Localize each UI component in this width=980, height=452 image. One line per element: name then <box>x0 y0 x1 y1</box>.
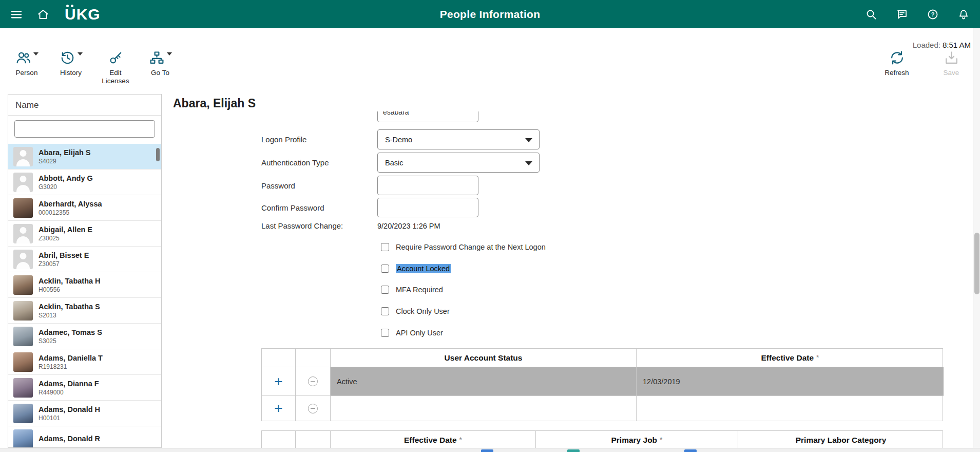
account-locked-checkbox[interactable] <box>381 265 389 273</box>
logon-profile-select[interactable]: S-Demo <box>377 129 540 149</box>
user-account-status-header: User Account Status <box>331 349 637 367</box>
table-corner-cell <box>296 349 331 367</box>
avatar <box>13 275 33 295</box>
save-button[interactable]: Save <box>936 50 967 77</box>
confirm-password-input[interactable] <box>377 198 478 217</box>
avatar <box>13 301 33 321</box>
taskbar-icon <box>481 449 493 452</box>
authentication-type-label: Authentication Type <box>261 158 377 167</box>
go-to-button[interactable]: Go To <box>145 50 176 85</box>
avatar <box>13 404 33 423</box>
logon-profile-label: Logon Profile <box>261 135 377 144</box>
person-caret-icon <box>33 52 39 55</box>
avatar <box>13 429 33 448</box>
edit-licenses-button-label: Edit Licenses <box>100 69 131 85</box>
api-only-user-checkbox[interactable] <box>381 329 389 337</box>
person-id: Z30057 <box>39 260 89 268</box>
remove-row-icon[interactable] <box>308 376 318 386</box>
history-button-label: History <box>60 69 82 77</box>
last-password-change-value: 9/20/2023 1:26 PM <box>377 222 440 230</box>
status-cell[interactable] <box>331 396 637 421</box>
feedback-icon[interactable] <box>896 8 908 21</box>
go-to-icon <box>149 50 165 66</box>
person-id: Z30025 <box>39 235 92 242</box>
taskbar-icon <box>567 449 580 452</box>
name-search-input[interactable] <box>14 120 155 138</box>
require-password-change-checkbox[interactable] <box>381 243 389 251</box>
refresh-button-label: Refresh <box>885 69 909 77</box>
person-row[interactable]: Adamec, Tomas SS3025 <box>8 324 161 349</box>
username-input-clipped[interactable]: esabara <box>377 111 478 123</box>
primary-job-header: Primary Job* <box>536 431 738 448</box>
person-row[interactable]: Acklin, Tabatha HH00556 <box>8 272 161 298</box>
help-icon[interactable]: ? <box>927 8 939 21</box>
mfa-required-checkbox[interactable] <box>381 286 389 294</box>
status-cell[interactable]: Active <box>331 367 637 396</box>
person-id: H00556 <box>39 286 101 293</box>
authentication-type-value: Basic <box>385 159 403 167</box>
person-row[interactable]: Acklin, Tabatha SS2013 <box>8 298 161 324</box>
sidebar-header: Name <box>8 95 161 116</box>
table-corner-cell <box>296 431 331 448</box>
person-button[interactable]: Person <box>11 50 42 85</box>
save-button-label: Save <box>944 69 959 77</box>
person-name: Adams, Dianna F <box>39 380 99 388</box>
person-name: Abigail, Allen E <box>39 225 92 234</box>
person-name: Adams, Daniella T <box>39 354 103 362</box>
history-caret-icon <box>78 52 83 55</box>
person-id: R1918231 <box>39 363 103 370</box>
person-id: S4029 <box>39 158 91 165</box>
main-scrollbar[interactable] <box>973 28 980 448</box>
loaded-status: Loaded:8:51 AM <box>913 41 971 49</box>
add-row-icon[interactable]: + <box>274 374 282 389</box>
person-name: Aberhardt, Alyssa <box>39 200 102 208</box>
effective-date-cell[interactable]: 12/03/2019 <box>637 367 944 396</box>
person-row[interactable]: Adams, Donald R <box>8 426 161 447</box>
search-icon[interactable] <box>865 8 877 21</box>
refresh-button[interactable]: Refresh <box>881 50 912 77</box>
main-panel: Abara, Elijah S esabara Logon Profile S-… <box>172 94 971 448</box>
person-row[interactable]: Adams, Daniella TR1918231 <box>8 349 161 375</box>
sidebar-scrollbar-thumb[interactable] <box>156 148 160 161</box>
refresh-icon <box>889 50 905 66</box>
person-row[interactable]: Abbott, Andy GG3020 <box>8 170 161 195</box>
table-corner-cell <box>262 349 296 367</box>
person-id: G3020 <box>39 183 93 191</box>
person-row[interactable]: Abigail, Allen EZ30025 <box>8 221 161 247</box>
remove-row-icon[interactable] <box>308 404 318 413</box>
user-account-status-table: User Account Status Effective Date* + Ac… <box>261 348 943 421</box>
history-button[interactable]: History <box>55 50 86 85</box>
add-row-icon[interactable]: + <box>274 401 282 416</box>
person-row[interactable]: Adams, Donald HH00101 <box>8 401 161 426</box>
ukg-logo[interactable]: UKG <box>65 7 101 22</box>
taskbar-icon <box>684 449 697 452</box>
clock-only-user-checkbox[interactable] <box>381 307 389 315</box>
person-row[interactable]: Aberhardt, Alyssa000012355 <box>8 195 161 221</box>
person-row[interactable]: Adams, Dianna FR449000 <box>8 375 161 401</box>
person-name: Abbott, Andy G <box>39 174 93 182</box>
person-name: Adams, Donald R <box>39 435 100 443</box>
api-only-user-label: API Only User <box>396 329 443 337</box>
home-icon[interactable] <box>37 8 49 21</box>
loaded-time: 8:51 AM <box>943 41 971 49</box>
account-locked-label: Account Locked <box>396 264 451 273</box>
hamburger-menu-icon[interactable] <box>10 8 23 21</box>
edit-licenses-button[interactable]: Edit Licenses <box>100 50 131 85</box>
save-icon <box>944 50 959 66</box>
toolbar: Loaded:8:51 AM Person History Edit Licen… <box>0 28 980 94</box>
status-table-row: + <box>262 396 943 421</box>
password-input[interactable] <box>377 176 478 195</box>
authentication-type-select[interactable]: Basic <box>377 153 540 173</box>
person-row[interactable]: Abril, Bisset EZ30057 <box>8 247 161 272</box>
person-row[interactable]: Abara, Elijah SS4029 <box>8 144 161 170</box>
person-name: Adamec, Tomas S <box>39 328 102 336</box>
effective-date-cell[interactable] <box>637 396 944 421</box>
person-name: Acklin, Tabatha H <box>39 277 101 285</box>
avatar <box>13 147 33 166</box>
main-scrollbar-thumb[interactable] <box>974 233 979 294</box>
person-name: Abara, Elijah S <box>39 148 91 157</box>
notifications-bell-icon[interactable] <box>957 8 970 21</box>
avatar <box>13 224 33 243</box>
person-id: 000012355 <box>39 209 102 216</box>
person-id: H00101 <box>39 415 100 422</box>
